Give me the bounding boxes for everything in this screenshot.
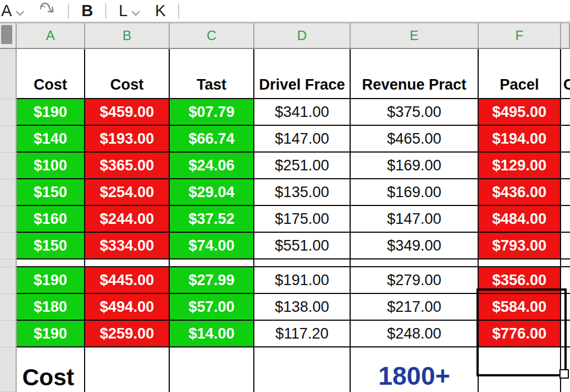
cell-D9[interactable]: $117.20 (254, 321, 351, 347)
cell-B9[interactable]: $259.00 (85, 321, 170, 347)
cell-C-gap[interactable] (170, 259, 254, 267)
cell-A1[interactable]: $190 (17, 99, 85, 126)
column-header-next-partial[interactable] (561, 23, 570, 49)
cell-next-gap[interactable] (561, 259, 570, 267)
cell-A6[interactable]: $150 (17, 233, 85, 259)
cell-A7[interactable]: $190 (17, 267, 85, 294)
cell-B8[interactable]: $494.00 (85, 294, 170, 321)
cell-E5[interactable]: $147.00 (351, 206, 479, 233)
cell-A3[interactable]: $100 (17, 153, 85, 179)
cell-C6[interactable]: $74.00 (170, 233, 254, 259)
column-header-E[interactable]: E (351, 23, 479, 49)
row-header[interactable] (0, 49, 17, 99)
row-header-gap[interactable] (0, 259, 17, 267)
row-header-5[interactable] (0, 206, 17, 233)
cell-E8[interactable]: $217.00 (351, 294, 479, 321)
cell-F7[interactable]: $356.00 (479, 267, 561, 294)
cell-E1[interactable]: $375.00 (351, 99, 479, 126)
select-all-corner[interactable] (0, 23, 17, 49)
cell-F1[interactable]: $495.00 (479, 99, 561, 126)
cell-C-footer[interactable] (170, 347, 254, 392)
header-cell-F[interactable]: Pacel (479, 49, 561, 99)
header-cell-B[interactable]: Cost (85, 49, 170, 99)
cell-A5[interactable]: $160 (17, 206, 85, 233)
cell-F3[interactable]: $129.00 (479, 153, 561, 179)
cell-E3[interactable]: $169.00 (351, 153, 479, 179)
column-header-F[interactable]: F (479, 23, 561, 49)
cell-B4[interactable]: $254.00 (85, 179, 170, 206)
cell-next-1[interactable] (561, 99, 570, 126)
k-button[interactable]: K (149, 2, 171, 21)
select-all-box[interactable] (1, 25, 12, 44)
cell-F-footer[interactable] (479, 347, 561, 392)
row-header-footer[interactable] (0, 347, 17, 392)
cell-A8[interactable]: $180 (17, 294, 85, 321)
l-dropdown-button[interactable]: L (113, 2, 146, 21)
cell-C1[interactable]: $07.79 (170, 99, 254, 126)
cell-B2[interactable]: $193.00 (85, 126, 170, 153)
cell-A9[interactable]: $190 (17, 321, 85, 347)
cell-C2[interactable]: $66.74 (170, 126, 254, 153)
cell-E7[interactable]: $279.00 (351, 267, 479, 294)
cell-next-8[interactable] (561, 294, 570, 321)
row-header-4[interactable] (0, 179, 17, 206)
cell-D4[interactable]: $135.00 (254, 179, 351, 206)
row-header-1[interactable] (0, 99, 17, 126)
cell-B6[interactable]: $334.00 (85, 233, 170, 259)
cell-next-4[interactable] (561, 179, 570, 206)
column-header-D[interactable]: D (254, 23, 351, 49)
bold-button[interactable]: B (76, 2, 99, 21)
header-cell-C[interactable]: Tast (170, 49, 254, 99)
cell-B5[interactable]: $244.00 (85, 206, 170, 233)
cell-F4[interactable]: $436.00 (479, 179, 561, 206)
cell-C8[interactable]: $57.00 (170, 294, 254, 321)
cell-F2[interactable]: $194.00 (479, 126, 561, 153)
cell-next-5[interactable] (561, 206, 570, 233)
cell-B7[interactable]: $445.00 (85, 267, 170, 294)
cell-A2[interactable]: $140 (17, 126, 85, 153)
redo-curved-arrow-button[interactable] (33, 2, 61, 21)
cell-C3[interactable]: $24.06 (170, 153, 254, 179)
row-header-9[interactable] (0, 321, 17, 347)
cell-next-2[interactable] (561, 126, 570, 153)
row-header-6[interactable] (0, 233, 17, 259)
cell-E9[interactable]: $248.00 (351, 321, 479, 347)
cell-D5[interactable]: $175.00 (254, 206, 351, 233)
row-header-2[interactable] (0, 126, 17, 153)
cell-B-gap[interactable] (85, 259, 170, 267)
cell-next-3[interactable] (561, 153, 570, 179)
cell-E2[interactable]: $465.00 (351, 126, 479, 153)
cell-D3[interactable]: $251.00 (254, 153, 351, 179)
cell-next-9[interactable] (561, 321, 570, 347)
cell-D-footer[interactable] (254, 347, 351, 392)
cell-C9[interactable]: $14.00 (170, 321, 254, 347)
cell-E6[interactable]: $349.00 (351, 233, 479, 259)
row-header-3[interactable] (0, 153, 17, 179)
cell-F-gap[interactable] (479, 259, 561, 267)
row-header-8[interactable] (0, 294, 17, 321)
header-cell-E[interactable]: Revenue Pract (351, 49, 479, 99)
cell-C5[interactable]: $37.52 (170, 206, 254, 233)
column-header-B[interactable]: B (85, 23, 170, 49)
cell-D1[interactable]: $341.00 (254, 99, 351, 126)
cell-A-gap[interactable] (17, 259, 85, 267)
cell-D8[interactable]: $138.00 (254, 294, 351, 321)
cell-B3[interactable]: $365.00 (85, 153, 170, 179)
column-header-C[interactable]: C (170, 23, 254, 49)
cell-next-7[interactable] (561, 267, 570, 294)
cell-F6[interactable]: $793.00 (479, 233, 561, 259)
cell-D6[interactable]: $551.00 (254, 233, 351, 259)
cell-B1[interactable]: $459.00 (85, 99, 170, 126)
cell-C4[interactable]: $29.04 (170, 179, 254, 206)
fill-handle[interactable] (559, 369, 569, 379)
cell-D2[interactable]: $147.00 (254, 126, 351, 153)
cell-A4[interactable]: $150 (17, 179, 85, 206)
cell-B-footer[interactable] (85, 347, 170, 392)
cell-D-gap[interactable] (254, 259, 351, 267)
cell-F5[interactable]: $484.00 (479, 206, 561, 233)
cell-next-6[interactable] (561, 233, 570, 259)
cell-A-footer-cost[interactable]: Cost (17, 347, 85, 392)
column-header-A[interactable]: A (17, 23, 85, 49)
cell-D7[interactable]: $191.00 (254, 267, 351, 294)
header-cell-next-partial[interactable]: C (561, 49, 570, 99)
